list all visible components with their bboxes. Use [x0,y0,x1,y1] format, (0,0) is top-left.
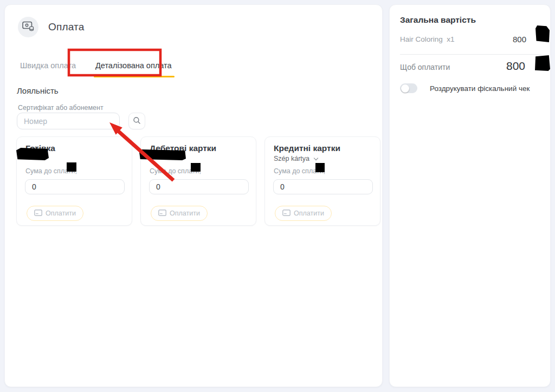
toggle-knob [401,84,409,93]
service-name: Hair Coloring [400,35,443,43]
card-icon [158,210,166,218]
redaction-box [139,149,186,160]
to-pay-row: Щоб оплатити 800 [400,59,541,75]
page-title: Оплата [48,21,85,33]
to-pay-label: Щоб оплатити [400,63,450,71]
active-tab-underline [94,76,175,78]
redaction-box [16,148,49,160]
debit-amount-input[interactable] [149,179,249,194]
payment-screen: Оплата Швидка оплата Деталізована оплата… [0,0,555,392]
line-item-price: 800 [513,35,526,44]
fiscal-receipt-toggle[interactable] [400,83,417,93]
payment-tabs: Швидка оплата Деталізована оплата [20,61,172,77]
certificate-label: Сертифікат або абонемент [18,104,104,112]
redaction-box [67,162,76,172]
total-cost-panel: Загальна вартість Hair Coloring x1 800 Щ… [389,4,551,387]
service-quantity: x1 [447,35,454,43]
tab-quick-payment[interactable]: Швидка оплата [20,61,76,77]
method-title: Кредитні картки [274,143,340,153]
summary-divider [400,54,541,55]
cash-pay-button[interactable]: Оплатити [27,206,83,221]
credit-pay-button[interactable]: Оплатити [275,206,332,221]
line-item: Hair Coloring x1 800 [400,33,541,46]
to-pay-value: 800 [506,60,525,73]
method-card-credit: Кредитні картки Szép kártya Сума до спла… [264,136,380,226]
pay-button-label: Оплатити [294,210,324,217]
tab-detailed-payment-label: Деталізована оплата [95,61,172,70]
redaction-box [535,55,550,71]
redaction-box [315,163,325,172]
line-item-name: Hair Coloring x1 [400,35,455,43]
redaction-box [191,163,201,172]
chevron-down-icon [313,156,318,160]
payment-panel: Оплата Швидка оплата Деталізована оплата… [4,4,383,387]
payment-header: Оплата [18,17,85,37]
payment-card-with-coins-icon [22,21,35,34]
cash-amount-input[interactable] [25,179,125,194]
card-icon [282,210,291,218]
card-icon [34,210,42,218]
credit-card-type-label: Szép kártya [274,155,309,162]
redaction-box [535,25,550,42]
certificate-number-input[interactable] [17,113,120,129]
pay-button-label: Оплатити [170,210,200,217]
credit-card-type-selector[interactable]: Szép kártya [274,155,318,162]
fiscal-receipt-toggle-label: Роздрукувати фіскальний чек [430,84,530,93]
total-cost-heading: Загальна вартість [400,15,476,25]
tab-detailed-payment[interactable]: Деталізована оплата [95,61,172,77]
credit-amount-input[interactable] [273,179,373,194]
pay-button-label: Оплатити [46,210,76,217]
certificate-search-button[interactable] [128,113,145,129]
loyalty-section-heading: Лояльність [17,86,59,95]
debit-pay-button[interactable]: Оплатити [151,206,208,221]
payment-header-badge [18,17,38,37]
fiscal-receipt-row: Роздрукувати фіскальний чек [400,83,530,93]
search-icon [133,116,141,126]
